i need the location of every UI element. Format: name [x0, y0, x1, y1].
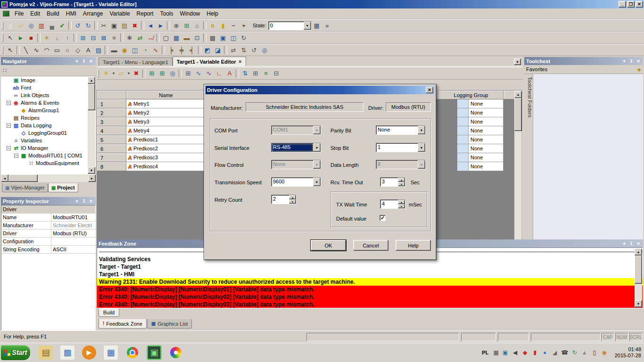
scroll-thumb[interactable]: [635, 255, 642, 284]
image-tool-icon[interactable]: ▨: [93, 45, 104, 55]
upload-icon[interactable]: ↑: [62, 33, 73, 42]
rotate-icon[interactable]: ↻: [239, 33, 249, 42]
pin-icon[interactable]: ↧: [81, 58, 87, 64]
find-icon[interactable]: ◎: [26, 21, 36, 30]
polygon-tool-icon[interactable]: ◇: [73, 45, 83, 55]
script-list-icon[interactable]: ≡: [109, 33, 119, 42]
recipe-list-icon[interactable]: ⊠: [99, 33, 109, 42]
close-button[interactable]: ✕: [636, 1, 643, 8]
language-indicator[interactable]: PL: [480, 349, 490, 356]
home-panel-icon[interactable]: ⌂: [192, 21, 202, 30]
settings-gear-icon[interactable]: ✱: [124, 33, 135, 42]
menu-item[interactable]: Arrange: [80, 8, 107, 19]
run-mode-icon[interactable]: ►: [16, 33, 26, 42]
property-value[interactable]: Modbus (RTU): [51, 230, 95, 237]
property-row[interactable]: Driver Modbus (RTU): [1, 230, 95, 238]
serial-interface-select[interactable]: RS-485 ▼: [271, 143, 321, 152]
variable-name-cell[interactable]: A Metry3: [126, 117, 206, 126]
tab-target1-menu[interactable]: Target1 - Menu - Language1: [99, 58, 173, 66]
state-grid-icon[interactable]: ▦: [312, 21, 322, 30]
phone-sync-icon[interactable]: ☎: [561, 349, 569, 356]
lock-icon[interactable]: ▮: [218, 21, 228, 30]
scan-group-cell[interactable]: [457, 135, 469, 144]
feedback-line[interactable]: Target - Target1: [97, 263, 643, 271]
tx-wait-time-stepper[interactable]: 4 ▲ ▼: [380, 199, 405, 209]
align-right-icon[interactable]: ╡: [187, 45, 197, 55]
favorites-bar[interactable]: Favorites ◈: [524, 65, 643, 74]
tree-item[interactable]: − ◉ Alarms & Events: [1, 99, 96, 107]
menu-item[interactable]: Edit: [27, 8, 43, 19]
tree-horizontal-scrollbar[interactable]: ◄ ►: [1, 174, 96, 182]
chevron-down-icon[interactable]: ▾: [621, 241, 627, 247]
scan-group-cell[interactable]: [457, 117, 469, 126]
chevron-down-icon[interactable]: ▼: [418, 126, 425, 134]
battery-icon[interactable]: ▯: [591, 349, 598, 356]
redo-icon[interactable]: ↻: [83, 21, 93, 30]
feedback-line[interactable]: Warning 2131: Enable Download Security t…: [97, 278, 643, 286]
tree-vertical-scrollbar[interactable]: ▲ ▼: [88, 77, 95, 174]
delete-variable-icon[interactable]: ✖: [131, 69, 141, 78]
rcv-time-out-stepper[interactable]: 3 ▲ ▼: [380, 177, 405, 187]
row-number[interactable]: 6: [97, 144, 126, 153]
restore-button[interactable]: ❐: [627, 1, 635, 8]
tab-graphics-list[interactable]: ▦ Graphics List: [147, 319, 192, 329]
hierarchy-view-icon[interactable]: ≡: [261, 69, 271, 78]
toolbar-overflow-icon[interactable]: »: [322, 21, 332, 30]
toolbar-grip[interactable]: [2, 46, 3, 54]
row-number[interactable]: 5: [97, 135, 126, 144]
logging-group-cell[interactable]: None: [469, 153, 504, 162]
variable-name-cell[interactable]: A Metry4: [126, 126, 206, 135]
zoom-out-icon[interactable]: −: [228, 21, 239, 30]
zoom-in-icon[interactable]: +: [239, 21, 249, 30]
layers-icon[interactable]: ▩: [207, 33, 218, 42]
stop-mode-icon[interactable]: ■: [26, 33, 36, 42]
scan-group-cell[interactable]: [457, 108, 469, 117]
tree-item[interactable]: ▣ Image: [1, 76, 96, 84]
row-number[interactable]: 2: [97, 108, 126, 117]
cut-icon[interactable]: ✂: [99, 21, 109, 30]
dialog-title-bar[interactable]: Driver Configuration ✕: [206, 86, 435, 94]
scroll-down-icon[interactable]: ▼: [635, 300, 642, 307]
property-row[interactable]: String Encoding ASCII: [1, 246, 95, 254]
goto-panel-icon[interactable]: ⊕: [171, 21, 182, 30]
menu-item[interactable]: Variable: [106, 8, 133, 19]
variable-name-cell[interactable]: A Predkosc3: [126, 153, 206, 162]
line-tool-icon[interactable]: ╲: [21, 45, 31, 55]
logging-group-column-header[interactable]: Logging Group: [438, 90, 504, 99]
tree-item[interactable]: − ▦ ModbusRTU01 [ COM1: [1, 152, 96, 159]
alarm-list-icon[interactable]: ⊟: [88, 33, 99, 42]
property-row[interactable]: Name ModbusRTU01: [1, 214, 95, 222]
build-tab[interactable]: Build: [99, 308, 119, 317]
property-value[interactable]: ASCII: [51, 246, 95, 253]
undo-icon[interactable]: ↺: [73, 21, 83, 30]
toolchest-add-icon[interactable]: ◈: [637, 66, 641, 73]
tree-item[interactable]: − ⇄ IO Manager: [1, 144, 96, 152]
row-number[interactable]: 1: [97, 99, 126, 108]
scroll-thumb[interactable]: [8, 174, 38, 182]
tab-project[interactable]: ▣ Project: [48, 183, 78, 192]
table-vertical-scrollbar[interactable]: ▲ ▼: [514, 91, 522, 247]
close-icon[interactable]: ✕: [636, 241, 641, 247]
copy-icon[interactable]: ▣: [109, 21, 119, 30]
arc-tool-icon[interactable]: ◠: [41, 45, 52, 55]
designer-tool-icon[interactable]: [169, 346, 183, 360]
tree-item[interactable]: ◆ AlarmGroup1: [1, 107, 96, 114]
media-player-icon[interactable]: ►: [82, 346, 96, 360]
spin-down-icon[interactable]: ▼: [398, 204, 405, 208]
menu-item[interactable]: File: [11, 8, 27, 19]
feedback-line[interactable]: Error 4340: [NumericDisplay] [NumericDis…: [97, 301, 643, 308]
polyline-tool-icon[interactable]: ∿: [31, 45, 41, 55]
property-row[interactable]: Manufacturer Schneider Electri: [1, 222, 95, 230]
display-grid-icon[interactable]: ▦: [171, 33, 182, 42]
new-folder-icon[interactable]: ▱: [116, 69, 126, 78]
parity-bit-select[interactable]: None ▼: [376, 125, 426, 135]
sort-icon[interactable]: ⇅: [240, 69, 250, 78]
image-viewer-icon[interactable]: ▩: [60, 346, 74, 360]
step-curve-icon[interactable]: ∟: [214, 69, 224, 78]
tab-feedback-zone[interactable]: ! Feedback Zone: [99, 319, 147, 329]
menu-item[interactable]: Build: [43, 8, 63, 19]
tree-item[interactable]: ∷ ModbusEquipment: [1, 159, 96, 167]
spin-down-icon[interactable]: ▼: [398, 182, 405, 186]
tab-list-chevron-icon[interactable]: ▼: [514, 58, 521, 65]
select-tool-icon[interactable]: ↖: [5, 45, 16, 55]
